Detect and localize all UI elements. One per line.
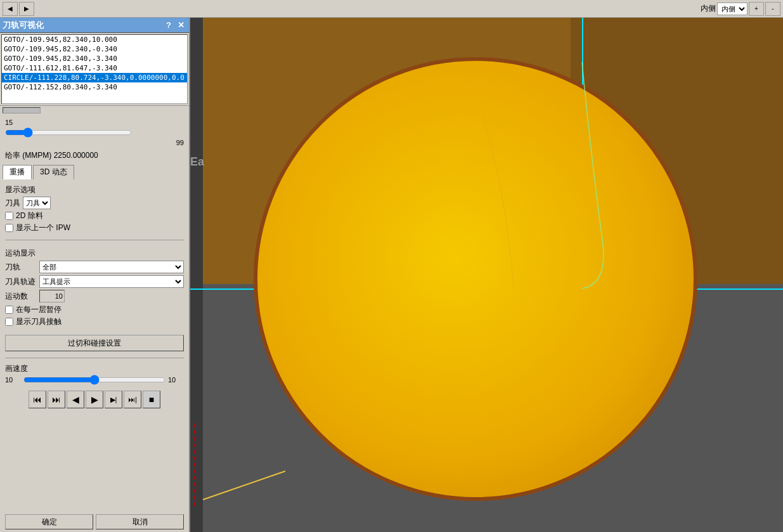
toolbar-right-label: 内侧 — [701, 3, 716, 14]
nc-item-4[interactable]: CIRCLE/-111.228,80.724,-3.340,0.0000000,… — [2, 73, 187, 82]
panel-title: 刀轨可视化 — [3, 20, 44, 31]
nc-item-1[interactable]: GOTO/-109.945,82.340,-0.340 — [2, 44, 187, 54]
btn-next[interactable]: ▶| — [105, 391, 122, 408]
check-contact-input[interactable] — [5, 318, 13, 326]
divider-2 — [5, 358, 184, 358]
tool-label: 刀具 — [5, 198, 20, 209]
check-pause-label: 在每一层暂停 — [16, 304, 61, 315]
tool-option-row: 刀具 刀具 — [5, 197, 184, 209]
feed-rate-value: 2250.000000 — [54, 151, 98, 160]
check-2d-input[interactable] — [5, 212, 13, 220]
slider-value: 15 — [5, 119, 13, 126]
check-contact-row: 显示刀具接触 — [5, 316, 184, 327]
path-select[interactable]: 工具提示全部无 — [39, 275, 184, 288]
display-options-header: 显示选项 — [5, 185, 184, 195]
check-2d-label: 2D 除料 — [16, 211, 43, 221]
speed-slider-row: 10 10 — [5, 375, 184, 384]
btn-play[interactable]: ▶ — [86, 391, 103, 408]
btn-last[interactable]: ⏭| — [124, 391, 141, 408]
viewport: Ea — [190, 18, 783, 532]
tab-replay[interactable]: 重播 — [3, 165, 32, 179]
toolbar-extra-btn-2[interactable]: - — [765, 2, 780, 16]
bottom-buttons: 确定 取消 — [0, 512, 189, 532]
display-options: 显示选项 刀具 刀具 2D 除料 显示上一个 IPW — [0, 179, 189, 237]
nc-item-2[interactable]: GOTO/-109.945,82.340,-3.340 — [2, 54, 187, 63]
motion-section-header: 运动显示 — [5, 248, 184, 259]
path-row: 刀具轨迹 工具提示全部无 — [5, 275, 184, 288]
feed-rate: 给率 (MMPM) 2250.000000 — [0, 149, 189, 162]
tool-select[interactable]: 刀具 — [23, 197, 51, 209]
nc-item-0[interactable]: GOTO/-109.945,82.340,10.000 — [2, 35, 187, 44]
red-dashed-line — [193, 424, 195, 506]
toolbar-right-select[interactable]: 内侧 — [717, 3, 747, 15]
left-panel: 刀轨可视化 ? ✕ GOTO/-109.945,82.340,10.000 GO… — [0, 18, 190, 532]
check-pause-input[interactable] — [5, 306, 13, 314]
speed-section: 画速度 10 10 — [0, 361, 189, 387]
cancel-btn[interactable]: 取消 — [96, 514, 184, 529]
ok-btn[interactable]: 确定 — [5, 514, 93, 529]
main-workpiece-circle — [254, 57, 697, 501]
divider-1 — [5, 240, 184, 240]
track-row: 刀轨 全部部分无 — [5, 261, 184, 273]
nc-item-3[interactable]: GOTO/-111.612,81.647,-3.340 — [2, 63, 187, 73]
check-ipw-row: 显示上一个 IPW — [5, 223, 184, 233]
speed-min: 10 — [5, 376, 21, 384]
playback-controls: ⏮ ⏭ ◀ ▶ ▶| ⏭| ■ — [0, 387, 189, 412]
toolbar-btn-2[interactable]: ▶ — [19, 2, 34, 16]
panel-help-btn[interactable]: ? — [164, 20, 173, 30]
check-ipw-input[interactable] — [5, 224, 13, 232]
collision-btn[interactable]: 过切和碰撞设置 — [5, 335, 184, 351]
check-contact-label: 显示刀具接触 — [16, 316, 61, 327]
path-label: 刀具轨迹 — [5, 276, 37, 287]
btn-prev[interactable]: ◀ — [67, 391, 84, 408]
nc-item-5[interactable]: GOTO/-112.152,80.340,-3.340 — [2, 82, 187, 92]
top-toolbar: ◀ ▶ 内侧 内侧 + - — [0, 0, 783, 18]
bg-left-strip — [190, 18, 203, 532]
moves-row: 运动数 — [5, 290, 184, 302]
track-label: 刀轨 — [5, 262, 37, 273]
btn-stop[interactable]: ■ — [143, 391, 160, 408]
toolbar-right-wrap: 内侧 内侧 + - — [701, 2, 780, 16]
btn-prev-step[interactable]: ⏭ — [48, 391, 65, 408]
progress-slider[interactable] — [5, 128, 132, 137]
speed-label: 画速度 — [5, 363, 184, 374]
check-pause-row: 在每一层暂停 — [5, 304, 184, 315]
btn-first[interactable]: ⏮ — [29, 391, 46, 408]
moves-input[interactable] — [39, 290, 65, 302]
check-ipw-label: 显示上一个 IPW — [16, 223, 70, 233]
nc-code-list[interactable]: GOTO/-109.945,82.340,10.000 GOTO/-109.94… — [1, 34, 188, 104]
motion-section: 运动显示 刀轨 全部部分无 刀具轨迹 工具提示全部无 运动数 在每一层暂停 显示… — [0, 243, 189, 331]
ea-text: Ea — [190, 155, 204, 169]
speed-max: 10 — [168, 376, 184, 384]
panel-close-btn[interactable]: ✕ — [176, 20, 186, 30]
panel-titlebar: 刀轨可视化 ? ✕ — [0, 18, 189, 33]
slider-max: 99 — [5, 139, 184, 146]
tab-3d-anim[interactable]: 3D 动态 — [33, 165, 74, 179]
feed-rate-label: 给率 (MMPM) — [5, 151, 51, 160]
nc-hscroll[interactable] — [0, 105, 189, 114]
moves-label: 运动数 — [5, 291, 37, 302]
track-select[interactable]: 全部部分无 — [39, 261, 184, 273]
slider-section: 15 99 — [0, 114, 189, 149]
check-2d-row: 2D 除料 — [5, 211, 184, 221]
toolbar-btn-1[interactable]: ◀ — [3, 2, 18, 16]
speed-slider[interactable] — [23, 375, 165, 384]
tab-bar: 重播 3D 动态 — [0, 162, 189, 179]
toolbar-extra-btn-1[interactable]: + — [749, 2, 764, 16]
